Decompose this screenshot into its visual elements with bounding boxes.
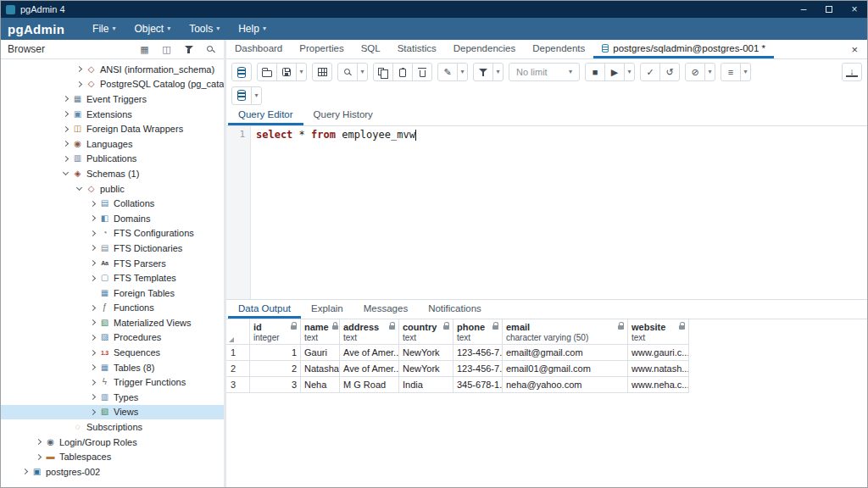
execute-button-dropdown[interactable]: ▾: [624, 63, 635, 81]
tab-properties[interactable]: Properties: [291, 40, 352, 58]
tree-item-trigger-functions[interactable]: ϟTrigger Functions: [1, 374, 224, 390]
download-button[interactable]: ↓: [842, 63, 862, 81]
tree-item-login-group-roles[interactable]: ◉Login/Group Roles: [1, 435, 224, 450]
cell-phone[interactable]: 123-456-7...: [453, 345, 503, 361]
stop-button[interactable]: ■: [585, 63, 605, 81]
cell-address[interactable]: Ave of Amer...: [340, 361, 399, 377]
tab-dashboard[interactable]: Dashboard: [226, 40, 291, 58]
chevron-right-icon[interactable]: [87, 231, 98, 236]
clear-button[interactable]: ⊘: [685, 63, 705, 81]
tab-data-output[interactable]: Data Output: [228, 300, 301, 319]
connection-selector[interactable]: [231, 86, 252, 105]
chevron-right-icon[interactable]: [87, 380, 98, 385]
tree-item-postgresql-catalog-pg-catal[interactable]: ◇PostgreSQL Catalog (pg_catal: [1, 77, 224, 92]
tree-item-fts-templates[interactable]: ▢FTS Templates: [1, 270, 224, 286]
chevron-down-icon[interactable]: [60, 172, 71, 175]
save-button-dropdown[interactable]: ▾: [296, 63, 307, 81]
filter-button[interactable]: [473, 63, 493, 81]
tree-item-postgres-002[interactable]: ▣postgres-002: [1, 464, 224, 480]
limit-select[interactable]: No limit▾: [509, 63, 580, 81]
tree-item-subscriptions[interactable]: ◌Subscriptions: [1, 419, 224, 435]
tree-item-collations[interactable]: ▤Collations: [1, 196, 224, 211]
tree-item-materialized-views[interactable]: ▧Materialized Views: [1, 315, 224, 330]
tree-item-extensions[interactable]: ▣Extensions: [1, 107, 224, 122]
tree-item-tablespaces[interactable]: ▬Tablespaces: [1, 449, 224, 464]
chevron-right-icon[interactable]: [87, 246, 98, 250]
save-button[interactable]: [276, 63, 297, 81]
chevron-right-icon[interactable]: [60, 157, 71, 161]
tree-item-fts-parsers[interactable]: AaFTS Parsers: [1, 256, 224, 271]
minimize-button[interactable]: –: [791, 1, 816, 18]
macro-button[interactable]: ≡: [721, 63, 741, 81]
chevron-right-icon[interactable]: [87, 336, 98, 340]
chevron-right-icon[interactable]: [87, 351, 98, 355]
column-header-email[interactable]: emailcharacter varying (50): [503, 319, 628, 345]
cell-name[interactable]: Gauri: [301, 345, 340, 361]
open-file-button[interactable]: [257, 63, 277, 81]
filter-icon[interactable]: [182, 43, 195, 56]
chevron-right-icon[interactable]: [60, 127, 71, 131]
tree-item-ansi-information-schema[interactable]: ◇ANSI (information_schema): [1, 62, 224, 77]
tree-item-fts-dictionaries[interactable]: ▤FTS Dictionaries: [1, 241, 224, 256]
close-tab-icon[interactable]: ×: [842, 40, 867, 58]
chevron-right-icon[interactable]: [87, 365, 98, 369]
menu-file[interactable]: File▾: [83, 18, 125, 40]
tree-item-schemas-1[interactable]: ◈Schemas (1): [1, 166, 224, 181]
tree-item-fts-configurations[interactable]: ◔FTS Configurations: [1, 226, 224, 241]
cell-id[interactable]: 3: [250, 377, 301, 393]
cell-address[interactable]: Ave of Amer...: [340, 345, 399, 361]
cell-address[interactable]: M G Road: [340, 377, 399, 393]
chevron-right-icon[interactable]: [74, 82, 85, 86]
delete-button[interactable]: [412, 63, 432, 81]
tree-item-procedures[interactable]: ▨Procedures: [1, 330, 224, 346]
search-icon[interactable]: [204, 43, 217, 56]
cell-email[interactable]: email01@gmail.com: [503, 361, 628, 377]
column-header-name[interactable]: nametext: [301, 319, 340, 345]
cell-phone[interactable]: 345-678-1...: [453, 377, 503, 393]
layout-icon[interactable]: ◫: [160, 43, 173, 56]
execute-button[interactable]: ▶: [604, 63, 625, 81]
cell-website[interactable]: www.gauri.c...: [628, 345, 689, 361]
tab-dependents[interactable]: Dependents: [524, 40, 593, 58]
chevron-right-icon[interactable]: [33, 440, 44, 444]
tab-explain[interactable]: Explain: [301, 300, 353, 319]
cell-country[interactable]: NewYork: [399, 345, 453, 361]
tree-item-sequences[interactable]: 1.3Sequences: [1, 345, 224, 360]
menu-tools[interactable]: Tools▾: [180, 18, 229, 40]
macro-button-dropdown[interactable]: ▾: [740, 63, 751, 81]
tree-item-functions[interactable]: ƒFunctions: [1, 301, 224, 316]
chevron-right-icon[interactable]: [33, 455, 44, 459]
find-button-dropdown[interactable]: ▾: [357, 63, 368, 81]
row-number[interactable]: 3: [226, 377, 250, 393]
chevron-right-icon[interactable]: [87, 202, 98, 206]
tree-item-foreign-tables[interactable]: ▦Foreign Tables: [1, 286, 224, 301]
cell-website[interactable]: www.neha.c...: [628, 377, 689, 393]
edit-button[interactable]: ✎: [437, 63, 458, 81]
rollback-button[interactable]: ↺: [659, 63, 680, 81]
connection-selector-dropdown[interactable]: ▾: [251, 86, 262, 105]
clear-button-dropdown[interactable]: ▾: [704, 63, 715, 81]
chevron-right-icon[interactable]: [87, 410, 98, 414]
tab-dependencies[interactable]: Dependencies: [445, 40, 525, 58]
cell-name[interactable]: Neha: [301, 377, 340, 393]
row-number[interactable]: 1: [226, 345, 250, 361]
cell-id[interactable]: 1: [250, 345, 301, 361]
save-data-button[interactable]: [312, 63, 332, 81]
column-header-address[interactable]: addresstext: [340, 319, 399, 345]
tab-messages[interactable]: Messages: [353, 300, 418, 319]
tab-notifications[interactable]: Notifications: [418, 300, 492, 319]
menu-object[interactable]: Object▾: [125, 18, 180, 40]
column-header-website[interactable]: websitetext: [628, 319, 689, 345]
cell-id[interactable]: 2: [250, 361, 301, 377]
sql-editor[interactable]: 1 select * from employee_mvw: [226, 126, 867, 299]
cell-website[interactable]: www.natash...: [628, 361, 689, 377]
cell-email[interactable]: neha@yahoo.com: [503, 377, 628, 393]
maximize-button[interactable]: [816, 1, 842, 18]
tab-sql[interactable]: SQL: [353, 40, 389, 58]
chevron-down-icon[interactable]: [74, 187, 85, 190]
cell-country[interactable]: India: [399, 377, 453, 393]
chevron-right-icon[interactable]: [87, 216, 98, 220]
close-button[interactable]: ×: [842, 1, 867, 18]
chevron-right-icon[interactable]: [87, 261, 98, 265]
tree-item-languages[interactable]: ◉Languages: [1, 136, 224, 152]
